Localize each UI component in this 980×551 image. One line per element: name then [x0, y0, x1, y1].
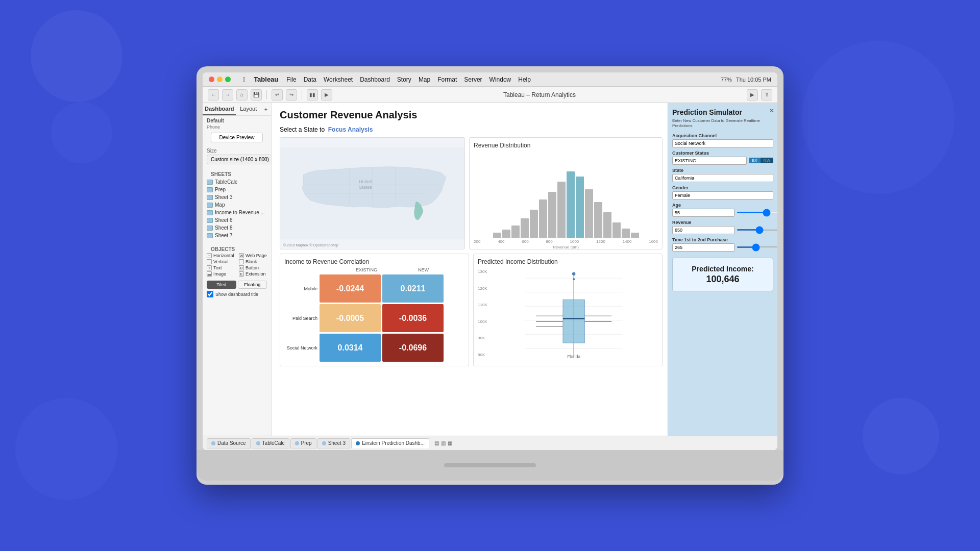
present-button[interactable]: ▶	[747, 89, 758, 101]
toggle-existing[interactable]: EX	[749, 158, 761, 163]
tab-dashboard[interactable]: Dashboard	[203, 103, 236, 115]
object-webpage[interactable]: W Web Page	[239, 253, 267, 258]
laptop-frame:  Tableau File Data Worksheet Dashboard …	[197, 66, 783, 485]
rev-bar-5	[530, 210, 538, 238]
age-input[interactable]	[672, 209, 734, 217]
menu-help[interactable]: Help	[518, 76, 531, 83]
undo-button[interactable]: ↩	[272, 89, 283, 101]
sheet-icon	[207, 210, 213, 215]
corr-cells-social: 0.0314 -0.0696	[320, 334, 444, 362]
menu-format[interactable]: Format	[437, 76, 457, 83]
focus-analysis-link[interactable]: Focus Analysis	[328, 126, 373, 133]
new-story-icon[interactable]: ▦	[448, 440, 452, 446]
menu-map[interactable]: Map	[419, 76, 430, 83]
sheet-item-sheet3[interactable]: Sheet 3	[207, 193, 267, 201]
rev-bar-15	[622, 229, 630, 238]
sheet-item-sheet8[interactable]: Sheet 8	[207, 224, 267, 232]
revenue-input[interactable]	[672, 226, 734, 234]
tiled-button[interactable]: Tiled	[207, 281, 236, 289]
tab-layout[interactable]: Layout	[236, 103, 261, 115]
app-name[interactable]: Tableau	[254, 76, 278, 83]
size-select[interactable]: Custom size (1400 x 800)	[207, 155, 272, 164]
menu-window[interactable]: Window	[489, 76, 511, 83]
toolbar-divider-1	[266, 90, 267, 99]
pred-chart-svg: Florida	[489, 267, 658, 359]
state-select[interactable]: California Florida New York Texas	[672, 174, 773, 182]
tab-tablecalc[interactable]: TableCalc	[252, 438, 289, 448]
object-image[interactable]: ▬ Image	[207, 271, 235, 277]
menu-server[interactable]: Server	[464, 76, 482, 83]
menu-worksheet[interactable]: Worksheet	[324, 76, 353, 83]
tab-einstein[interactable]: Einstein Prediction Dashb...	[351, 438, 429, 448]
gender-select[interactable]: Female Male	[672, 191, 773, 199]
save-button[interactable]: 💾	[251, 89, 262, 101]
vertical-icon: │	[207, 259, 212, 264]
corr-label-paid-search: Paid Search	[284, 316, 317, 321]
rev-bar-8	[557, 182, 566, 238]
revenue-slider[interactable]	[737, 229, 777, 231]
home-button[interactable]: ⌂	[236, 89, 248, 101]
device-preview-button[interactable]: Device Preview	[211, 133, 263, 142]
run-button[interactable]: ▶	[321, 89, 332, 101]
minimize-button[interactable]	[217, 77, 223, 82]
bg-decoration-1	[31, 10, 122, 102]
menu-file[interactable]: File	[286, 76, 296, 83]
object-horizontal[interactable]: ─ Horizontal	[207, 253, 235, 258]
time-input[interactable]	[672, 243, 734, 252]
tab-dot	[356, 441, 360, 445]
floating-button[interactable]: Floating	[238, 281, 267, 289]
tab-dot	[211, 441, 215, 445]
size-control: Custom size (1400 x 800) ▼	[207, 155, 267, 164]
prediction-simulator-subtitle: Enter New Customer Data to Generate Real…	[672, 118, 773, 129]
tab-prep[interactable]: Prep	[290, 438, 316, 448]
customer-status-select[interactable]: EXISTING NEW	[672, 157, 747, 165]
redo-button[interactable]: ↪	[286, 89, 297, 101]
object-extension[interactable]: E Extension	[239, 271, 267, 277]
menu-items: File Data Worksheet Dashboard Story Map …	[286, 76, 531, 83]
age-slider[interactable]	[737, 212, 777, 213]
sheet-icon	[207, 187, 213, 192]
correlation-column-headers: EXISTING NEW	[320, 267, 464, 272]
object-blank[interactable]: Blank	[239, 259, 267, 264]
sheet-item-sheet7[interactable]: Sheet 7	[207, 232, 267, 239]
object-button[interactable]: B Button	[239, 265, 267, 270]
tab-sheet3[interactable]: Sheet 3	[317, 438, 350, 448]
close-button[interactable]	[209, 77, 214, 82]
sheet-item-sheet6[interactable]: Sheet 6	[207, 216, 267, 224]
back-button[interactable]: ←	[208, 89, 219, 101]
us-map: United States	[280, 138, 464, 249]
menu-data[interactable]: Data	[304, 76, 316, 83]
sheet-name: Income to Revenue ...	[215, 210, 265, 215]
tab-data-source[interactable]: Data Source	[207, 438, 251, 448]
sheet-item-income-to-revenue[interactable]: Income to Revenue ...	[207, 209, 267, 216]
bg-decoration-2	[51, 102, 112, 163]
maximize-button[interactable]	[225, 77, 231, 82]
apple-menu[interactable]: 	[243, 76, 246, 84]
object-text[interactable]: T Text	[207, 265, 235, 270]
sheet-icon	[207, 180, 213, 185]
new-sheet-icon[interactable]: ▤	[434, 440, 439, 446]
prediction-panel-close[interactable]: ✕	[769, 107, 774, 114]
sheets-section: Sheets TableCalc Prep Sheet 3	[203, 166, 271, 241]
time-slider[interactable]	[737, 246, 777, 248]
menu-dashboard[interactable]: Dashboard	[360, 76, 390, 83]
predicted-income-display-label: Predicted Income:	[677, 264, 769, 274]
corr-row-paid-search: Paid Search -0.0005 -0.0036	[284, 304, 464, 332]
sheet-item-tablecalc[interactable]: TableCalc	[207, 178, 267, 186]
new-dashboard-icon[interactable]: ▥	[441, 440, 446, 446]
share-button[interactable]: ⇧	[761, 89, 772, 101]
corr-row-social: Social Network 0.0314 -0.0696	[284, 334, 464, 362]
menu-story[interactable]: Story	[397, 76, 411, 83]
pause-button[interactable]: ▮▮	[307, 89, 318, 101]
sidebar-size-section: Size Custom size (1400 x 800) ▼	[203, 146, 271, 166]
forward-button[interactable]: →	[222, 89, 233, 101]
top-charts-row: United States © 2019 Mapbox © OpenStreet…	[280, 137, 663, 249]
sheet-item-map[interactable]: Map	[207, 201, 267, 209]
toggle-new[interactable]: NW	[761, 158, 773, 163]
sheet-item-prep[interactable]: Prep	[207, 186, 267, 193]
show-title-checkbox[interactable]	[207, 291, 213, 297]
sidebar-add-button[interactable]: +	[261, 103, 271, 115]
object-vertical[interactable]: │ Vertical	[207, 259, 235, 264]
acquisition-channel-select[interactable]: Social Network Mobile Paid Search	[672, 139, 773, 147]
revenue-input-row	[672, 226, 773, 234]
